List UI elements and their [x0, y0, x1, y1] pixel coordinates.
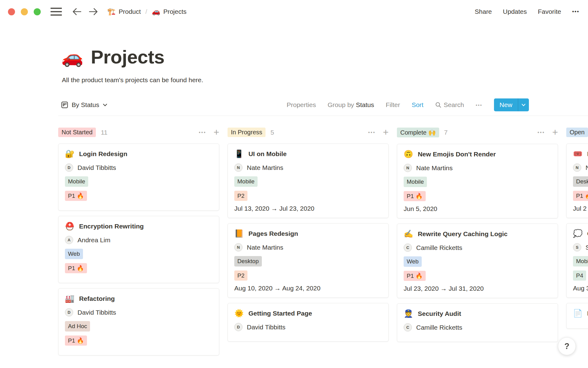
- card-date: Jul 2: [573, 205, 588, 212]
- project-card[interactable]: 🎟️PNNDesktopP1 🔥Jul 2: [566, 144, 588, 218]
- column-title-badge[interactable]: Complete 🙌: [397, 128, 439, 137]
- card-title-row: 🔐Login Redesign: [65, 150, 213, 158]
- new-button-label: New: [494, 98, 518, 111]
- tag-row: P2: [234, 191, 382, 201]
- tag: Desktop: [234, 256, 262, 266]
- column-title-badge[interactable]: Not Started: [58, 128, 96, 137]
- board-column: Complete 🙌7•••+🙃New Emojis Don't RenderN…: [397, 128, 558, 347]
- tag: P1 🔥: [404, 271, 426, 281]
- tag: Ad Hoc: [65, 321, 90, 332]
- card-date: Jul 13, 2020 → Jul 23, 2020: [234, 205, 382, 212]
- column-title-badge[interactable]: Open: [566, 128, 588, 137]
- group-by-prefix: Group by: [328, 101, 354, 108]
- column-count: 7: [444, 129, 448, 136]
- card-title-row: 📄N: [573, 309, 588, 317]
- project-card[interactable]: 📱UI on MobileNNate MartinsMobileP2Jul 13…: [228, 144, 389, 218]
- tag-row: Web: [65, 249, 213, 259]
- forward-arrow-icon[interactable]: [89, 8, 98, 16]
- back-arrow-icon[interactable]: [72, 8, 81, 16]
- view-selector[interactable]: By Status: [61, 101, 107, 109]
- card-emoji-icon: ⛑️: [65, 222, 74, 230]
- sidebar-menu-icon[interactable]: [51, 8, 62, 16]
- column-header: Complete 🙌7•••+: [397, 128, 558, 137]
- card-emoji-icon: 📙: [234, 230, 244, 237]
- zoom-window-button[interactable]: [34, 8, 41, 15]
- minimize-window-button[interactable]: [21, 8, 28, 15]
- properties-button[interactable]: Properties: [287, 101, 316, 109]
- column-more-button[interactable]: •••: [368, 130, 375, 135]
- project-card[interactable]: ✍️Rewrite Query Caching LogicCCamille Ri…: [397, 224, 558, 298]
- card-title-row: 📱UI on Mobile: [234, 150, 382, 158]
- more-options-icon[interactable]: •••: [572, 9, 579, 15]
- share-button[interactable]: Share: [475, 8, 492, 15]
- board-column: Not Started11•••+🔐Login RedesignDDavid T…: [58, 128, 219, 361]
- column-more-button[interactable]: •••: [199, 130, 206, 135]
- column-count: 5: [270, 129, 274, 136]
- tag: Web: [65, 249, 83, 259]
- updates-button[interactable]: Updates: [503, 8, 527, 15]
- person-name: David Tibbitts: [77, 164, 116, 171]
- new-button[interactable]: New: [494, 98, 529, 111]
- card-emoji-icon: 🌞: [234, 309, 244, 317]
- person-name: Nate Martins: [247, 244, 283, 251]
- tag-row: P4: [573, 270, 588, 281]
- project-card[interactable]: 🌞Getting Started PageDDavid Tibbitts: [228, 303, 389, 342]
- tag: P1 🔥: [65, 335, 87, 346]
- tag: Mobile: [573, 256, 588, 266]
- view-toolbar: By Status Properties Group by Status Fil…: [58, 98, 588, 116]
- breadcrumb-label: Projects: [163, 8, 187, 15]
- favorite-button[interactable]: Favorite: [538, 8, 561, 15]
- project-card[interactable]: 🔐Login RedesignDDavid TibbittsMobileP1 🔥: [58, 144, 219, 211]
- project-card[interactable]: 🙃New Emojis Don't RenderNNate MartinsMob…: [397, 144, 558, 218]
- project-card[interactable]: 🏭RefactoringDDavid TibbittsAd HocP1 🔥: [58, 288, 219, 355]
- board-column: Open•••+🎟️PNNDesktopP1 🔥Jul 2💭CSSMobileP…: [566, 128, 588, 334]
- avatar: A: [65, 236, 73, 244]
- person-name: David Tibbitts: [77, 309, 116, 316]
- toolbar-more-icon[interactable]: •••: [476, 102, 482, 108]
- card-date: Jun 5, 2020: [404, 205, 551, 213]
- tag: P1 🔥: [404, 191, 426, 201]
- breadcrumb-item-projects[interactable]: 🚗 Projects: [152, 8, 187, 16]
- new-dropdown-chevron-icon[interactable]: [518, 98, 529, 111]
- person-name: David Tibbitts: [247, 324, 285, 331]
- project-card[interactable]: 📙Pages RedesignNNate MartinsDesktopP2Aug…: [228, 223, 389, 298]
- page-icon[interactable]: 🚗: [61, 48, 83, 66]
- project-card[interactable]: ⛑️Encryption RewritingAAndrea LimWebP1 🔥: [58, 216, 219, 283]
- tag-row: Mobile: [234, 176, 382, 187]
- tag: P4: [573, 270, 586, 281]
- group-by-button[interactable]: Group by Status: [328, 101, 374, 109]
- card-date: Jul 23, 2020 → Jul 31, 2020: [404, 285, 551, 292]
- avatar: D: [65, 308, 73, 316]
- card-title-row: 💭C: [573, 230, 588, 237]
- close-window-button[interactable]: [8, 8, 15, 15]
- card-title-row: ✍️Rewrite Query Caching Logic: [404, 230, 551, 238]
- card-title-row: 🏭Refactoring: [65, 295, 213, 302]
- card-person-row: NNate Martins: [234, 163, 382, 172]
- card-emoji-icon: 👮: [404, 310, 413, 317]
- card-emoji-icon: 💭: [573, 230, 582, 237]
- card-title-text: Pages Redesign: [248, 230, 298, 237]
- page-description[interactable]: All the product team's projects can be f…: [62, 76, 588, 84]
- card-title-text: Refactoring: [79, 295, 115, 302]
- card-emoji-icon: 🎟️: [573, 150, 582, 158]
- page-title[interactable]: Projects: [91, 46, 164, 68]
- filter-button[interactable]: Filter: [386, 101, 400, 109]
- column-add-card-button[interactable]: +: [552, 128, 558, 136]
- tag-row: Mobile: [404, 177, 551, 187]
- breadcrumb-item-product[interactable]: 🏗️ Product: [107, 8, 141, 16]
- project-card[interactable]: 💭CSSMobileP4Aug 3: [566, 223, 588, 298]
- search-button[interactable]: Search: [435, 101, 464, 109]
- card-date: Aug 3: [573, 285, 588, 292]
- project-card[interactable]: 📄N: [566, 303, 588, 329]
- project-card[interactable]: 👮Security AuditCCamille Ricketts: [397, 303, 558, 342]
- column-add-card-button[interactable]: +: [213, 128, 219, 136]
- search-label: Search: [444, 101, 464, 109]
- column-add-card-button[interactable]: +: [383, 128, 389, 136]
- card-person-row: DDavid Tibbitts: [234, 323, 382, 331]
- column-more-button[interactable]: •••: [537, 130, 545, 135]
- card-title-text: Encryption Rewriting: [79, 223, 144, 230]
- tag-row: P1 🔥: [573, 191, 588, 201]
- sort-button[interactable]: Sort: [412, 101, 424, 109]
- help-button[interactable]: ?: [558, 337, 576, 355]
- column-title-badge[interactable]: In Progress: [228, 128, 266, 137]
